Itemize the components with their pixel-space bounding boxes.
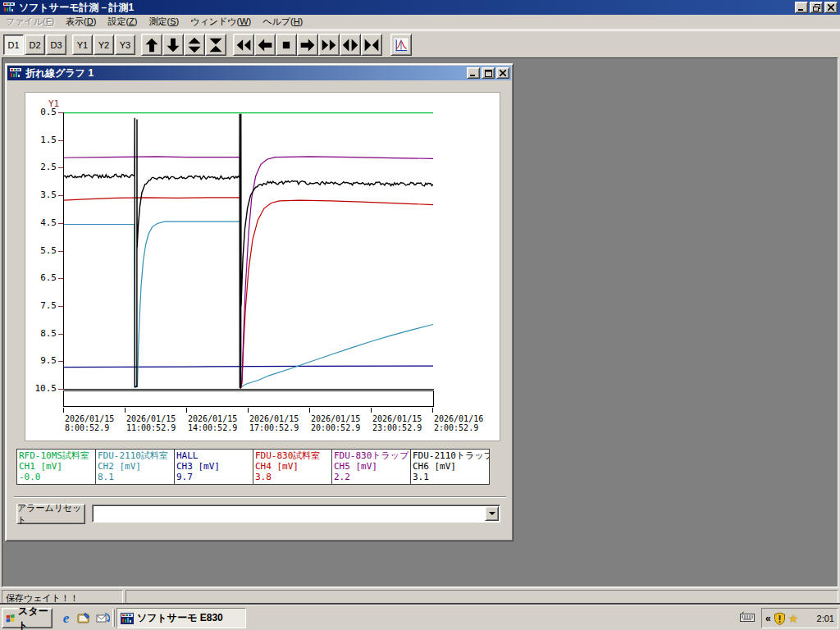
y-tick-mark xyxy=(58,140,63,141)
channel-name: HALL xyxy=(176,450,253,461)
menu-view[interactable]: 表示(D) xyxy=(60,14,102,30)
legend-cell: FDU-2110トラップ CH6 [mV] 3.1 xyxy=(410,449,490,485)
channel-name: FDU-2110トラップ xyxy=(413,450,489,461)
y-tick-mark xyxy=(58,112,63,113)
channel-legend: RFD-10MS試料室 CH1 [mV] -0.0 FDU-2110試料室 CH… xyxy=(16,449,489,485)
y-tick-mark xyxy=(58,223,63,224)
compress-horizontal-icon xyxy=(363,37,380,53)
channel-unit-label: CH5 [mV] xyxy=(334,461,410,472)
fast-forward-button[interactable] xyxy=(318,34,340,56)
menu-config[interactable]: 設定(Z) xyxy=(102,14,143,30)
expand-horizontal-button[interactable] xyxy=(340,34,361,56)
star-icon[interactable]: ★ xyxy=(788,613,799,624)
close-button[interactable] xyxy=(824,2,838,13)
trace-ch2 xyxy=(64,221,433,387)
fast-forward-icon xyxy=(321,37,337,53)
menu-window[interactable]: ウィンドウ(W) xyxy=(185,14,257,30)
fast-rewind-button[interactable] xyxy=(233,34,254,56)
trace-ch3 xyxy=(64,366,433,368)
x-tick-label: 2026/01/1514:00:52.9 xyxy=(188,414,237,432)
y-tick-mark xyxy=(58,306,63,307)
statusbar: 保存ウェイト！！ xyxy=(0,587,840,605)
child-close-button[interactable] xyxy=(496,67,509,79)
windows-logo-icon xyxy=(6,613,16,624)
channel-value: 2.2 xyxy=(334,472,410,482)
expand-vertical-button[interactable] xyxy=(184,34,205,56)
language-keyboard-icon[interactable] xyxy=(740,611,755,622)
main-titlebar[interactable]: ソフトサーモ計測－計測1 xyxy=(0,0,840,15)
alarm-combobox[interactable] xyxy=(92,504,500,523)
channel-unit-label: CH3 [mV] xyxy=(176,461,253,472)
combobox-dropdown-button[interactable] xyxy=(485,506,499,521)
fast-rewind-icon xyxy=(235,37,252,53)
x-tick-label: 2026/01/1517:00:52.9 xyxy=(249,414,299,432)
taskbar-divider xyxy=(112,609,115,627)
stop-button[interactable] xyxy=(276,34,297,56)
y-tick-label: 4.5 xyxy=(25,217,57,228)
outlook-express-icon[interactable] xyxy=(94,609,111,627)
menu-file: ファイル(F) xyxy=(0,14,60,30)
y1-button[interactable]: Y1 xyxy=(72,34,93,55)
desktop: ソフトサーモ計測－計測1 ファイル(F) 表示(D) 設定(Z) 測定(S) ウ… xyxy=(0,0,840,630)
child-content: Y1 0.51.52.53.54.55.56.57.58.59.510.5202… xyxy=(7,80,511,539)
child-titlebar[interactable]: 折れ線グラフ 1 xyxy=(7,66,511,80)
channel-name: RFD-10MS試料室 xyxy=(19,450,95,461)
y-tick-label: 3.5 xyxy=(25,189,57,200)
graph-settings-button[interactable] xyxy=(390,34,412,56)
alarm-reset-button[interactable]: アラームリセット xyxy=(16,504,85,524)
security-shield-icon[interactable] xyxy=(774,612,786,625)
scroll-up-icon xyxy=(144,37,160,53)
channel-unit-label: CH1 [mV] xyxy=(19,461,95,472)
compress-vertical-button[interactable] xyxy=(205,34,226,56)
start-button[interactable]: スタート xyxy=(2,608,52,628)
minimize-button[interactable] xyxy=(795,2,808,13)
step-right-button[interactable] xyxy=(297,34,318,56)
channel-unit-label: CH2 [mV] xyxy=(98,461,174,472)
y2-button[interactable]: Y2 xyxy=(94,34,114,55)
x-tick-label: 2026/01/1520:00:52.9 xyxy=(311,414,360,432)
show-desktop-icon[interactable] xyxy=(75,609,93,627)
tray-collapse-chevron[interactable]: « xyxy=(765,614,771,623)
y3-button[interactable]: Y3 xyxy=(115,34,135,55)
x-tick-mark xyxy=(63,408,64,413)
child-minimize-button[interactable] xyxy=(467,67,480,79)
legend-cell: FDU-2110試料室 CH2 [mV] 8.1 xyxy=(95,449,175,485)
menu-measure[interactable]: 測定(S) xyxy=(143,14,185,30)
d3-button[interactable]: D3 xyxy=(46,34,66,55)
taskbar: スタート e xyxy=(0,605,840,630)
scroll-down-icon xyxy=(165,37,181,53)
x-axis-line xyxy=(63,389,434,390)
legend-cell: HALL CH3 [mV] 9.7 xyxy=(174,449,253,485)
internet-explorer-icon[interactable]: e xyxy=(57,609,75,627)
scroll-up-button[interactable] xyxy=(141,34,162,56)
legend-cell: RFD-10MS試料室 CH1 [mV] -0.0 xyxy=(16,449,96,485)
y-tick-label: 10.5 xyxy=(25,383,57,394)
channel-unit-label: CH4 [mV] xyxy=(255,461,331,472)
x-tick-label: 2026/01/1523:00:52.9 xyxy=(372,414,422,432)
x-tick-label: 2026/01/1511:00:52.9 xyxy=(126,414,176,432)
restore-button[interactable] xyxy=(810,2,823,13)
channel-value: 3.8 xyxy=(255,472,331,482)
close-icon xyxy=(828,4,834,11)
window-title: ソフトサーモ計測－計測1 xyxy=(19,1,793,15)
child-close-icon xyxy=(500,70,506,76)
task-button-softthermo[interactable]: ソフトサーモ E830 xyxy=(116,608,246,628)
step-right-icon xyxy=(299,37,316,53)
scroll-down-button[interactable] xyxy=(162,34,184,56)
y-tick-label: 0.5 xyxy=(25,107,57,117)
d1-button[interactable]: D1 xyxy=(3,34,24,55)
separator xyxy=(14,496,506,498)
compress-vertical-icon xyxy=(208,37,224,53)
x-tick-label: 2026/01/162:00:52.9 xyxy=(434,414,483,432)
compress-horizontal-button[interactable] xyxy=(361,34,382,56)
channel-name: FDU-830試料室 xyxy=(255,450,331,461)
step-left-button[interactable] xyxy=(254,34,276,56)
x-tick-mark xyxy=(186,408,187,413)
legend-cell: FDU-830試料室 CH4 [mV] 3.8 xyxy=(253,449,332,485)
channel-value: 3.1 xyxy=(413,472,489,482)
d2-button[interactable]: D2 xyxy=(25,34,45,55)
trace-ch4 xyxy=(64,198,433,389)
channel-name: FDU-2110試料室 xyxy=(98,450,174,461)
child-maximize-button[interactable] xyxy=(482,67,495,79)
menu-help[interactable]: ヘルプ(H) xyxy=(257,14,308,30)
